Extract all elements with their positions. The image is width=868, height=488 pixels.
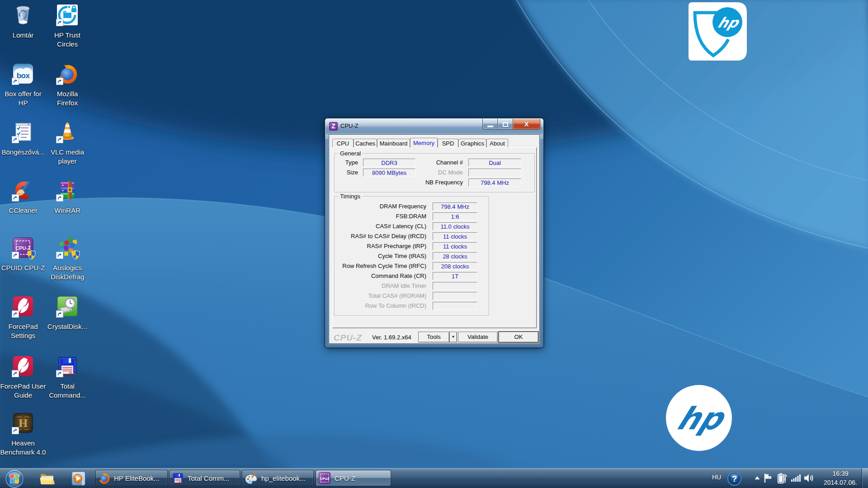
- desktop-icon-label: ForcePad User Guide: [0, 382, 48, 400]
- minimize-icon: [487, 126, 493, 127]
- svg-text:CPUZ: CPUZ: [320, 477, 330, 481]
- maximize-icon: [503, 122, 508, 127]
- checklist-icon: [12, 121, 34, 143]
- desktop-icon-heaven[interactable]: H Heaven Benchmark 4.0: [0, 412, 48, 457]
- ccleaner-icon: [12, 179, 34, 201]
- timing-value: 798.4 MHz: [433, 202, 477, 211]
- desktop-icon-winrar[interactable]: WinRAR: [42, 179, 92, 215]
- desktop-icon-lomtar[interactable]: Lomtár: [0, 4, 48, 40]
- maximize-button[interactable]: [498, 119, 513, 130]
- taskbar-clock[interactable]: 16:39 2014.07.06.: [821, 469, 860, 487]
- desktop-icon-forcepad-guide[interactable]: ForcePad User Guide: [0, 355, 48, 400]
- shortcut-arrow-icon: [56, 78, 63, 85]
- hp-logo: hp: [666, 385, 732, 451]
- nbfreq-label: NB Frequency: [418, 178, 463, 187]
- recycle-bin-icon: [12, 4, 34, 26]
- shortcut-arrow-icon: [56, 194, 63, 202]
- firefox-icon: [98, 472, 110, 484]
- tab-graphics[interactable]: Graphics: [458, 139, 486, 147]
- desktop-icon-firefox[interactable]: Mozilla Firefox: [42, 63, 92, 108]
- desktop-icon-box-offer[interactable]: box Box offer for HP: [0, 63, 48, 108]
- taskbar-button-label: Total Comm...: [188, 474, 230, 482]
- taskbar-button-firefox[interactable]: HP EliteBook...: [95, 470, 168, 486]
- taskbar-button-label: CPU-Z: [335, 474, 355, 482]
- size-label: Size: [339, 169, 358, 177]
- hp-trust-circles-icon: [57, 4, 78, 26]
- wmp-icon[interactable]: [70, 471, 86, 486]
- dcmode-value: [468, 169, 521, 177]
- clock-time: 16:39: [821, 469, 860, 478]
- size-value: 8090 MBytes: [363, 169, 415, 177]
- shortcut-arrow-icon: [12, 310, 19, 318]
- floppy-disk-icon: 64: [172, 472, 184, 484]
- network-signal-icon[interactable]: [790, 474, 801, 483]
- timing-label: RAS# to CAS# Delay (tRCD): [334, 232, 426, 240]
- timing-label: Cycle Time (tRAS): [334, 252, 426, 260]
- tab-memory[interactable]: Memory: [410, 138, 438, 148]
- help-icon[interactable]: ?: [727, 472, 741, 486]
- timing-value: 11 clocks: [433, 242, 477, 250]
- type-value: DDR3: [363, 159, 415, 167]
- uac-shield-icon: [71, 250, 80, 260]
- floppy-disk-icon: 64: [57, 355, 78, 377]
- box-icon: box: [12, 63, 34, 84]
- timing-label: Row Refresh Cycle Time (tRFC): [334, 262, 426, 270]
- volume-icon[interactable]: [803, 473, 815, 483]
- hp-shield-logo: hp: [689, 2, 747, 61]
- start-button[interactable]: [5, 469, 24, 488]
- taskbar-button-total-commander[interactable]: 64 Total Comm...: [169, 470, 240, 486]
- shortcut-arrow-icon: [56, 19, 63, 26]
- timing-value: 11.0 clocks: [433, 222, 477, 230]
- close-button[interactable]: X: [513, 119, 540, 130]
- desktop-icon-label: Lomtár: [0, 31, 48, 40]
- ok-button[interactable]: OK: [499, 332, 538, 343]
- desktop-icon-auslogics[interactable]: Auslogics DiskDefrag: [42, 237, 92, 282]
- tools-dropdown-button[interactable]: ▼: [449, 332, 457, 343]
- shortcut-arrow-icon: [12, 194, 19, 202]
- timing-value: [433, 292, 477, 300]
- window-client-area: CPU Caches Mainboard Memory SPD Graphics…: [329, 134, 540, 344]
- desktop-icon-vlc[interactable]: VLC media player: [42, 121, 92, 166]
- desktop-icon-crystaldisk[interactable]: CrystalDisk...: [42, 296, 92, 331]
- type-label: Type: [339, 159, 358, 167]
- language-indicator[interactable]: HU: [712, 474, 721, 481]
- tab-cpu[interactable]: CPU: [332, 139, 354, 147]
- shortcut-arrow-icon: [12, 370, 19, 377]
- desktop-icon-label: HP Trust Circles: [42, 31, 92, 49]
- desktop-icon-label: Box offer for HP: [0, 89, 48, 108]
- action-center-flag-icon[interactable]: [763, 473, 773, 483]
- minimize-button[interactable]: [482, 119, 498, 130]
- desktop-icon-cpuid-cpuz[interactable]: CPU-Z CPUID CPU-Z: [0, 237, 48, 272]
- timing-value: 28 clocks: [433, 252, 477, 260]
- desktop-icon-total-commander[interactable]: 64 Total Command...: [42, 355, 92, 400]
- desktop-icon-label: CrystalDisk...: [42, 322, 92, 331]
- desktop-icon-ccleaner[interactable]: CCleaner: [0, 179, 48, 215]
- tools-button[interactable]: Tools: [418, 332, 449, 343]
- shortcut-arrow-icon: [12, 136, 19, 143]
- battery-icon[interactable]: [776, 472, 788, 484]
- svg-text:?: ?: [732, 474, 737, 483]
- desktop-icon-browser-choice[interactable]: Böngészővá...: [0, 121, 48, 157]
- taskbar-button-label: hp_elitebook...: [261, 474, 306, 482]
- channel-label: Channel #: [429, 159, 463, 167]
- taskbar-button-cpuz[interactable]: CPUZ CPU-Z: [316, 470, 391, 486]
- validate-button[interactable]: Validate: [458, 332, 498, 343]
- shortcut-arrow-icon: [12, 427, 19, 434]
- show-desktop-button[interactable]: [862, 468, 868, 488]
- tab-mainboard[interactable]: Mainboard: [377, 139, 410, 147]
- cpuz-window: Z CPU-Z X CPU Caches Mainboard Memory SP…: [325, 118, 543, 347]
- cpuz-window-icon: Z: [329, 122, 338, 131]
- desktop-icon-hp-trust-circles[interactable]: HP Trust Circles: [42, 4, 92, 49]
- tab-about[interactable]: About: [486, 139, 508, 147]
- desktop-icon-forcepad-settings[interactable]: ForcePad Settings: [0, 296, 48, 340]
- tab-spd[interactable]: SPD: [438, 139, 458, 147]
- timing-value: 208 clocks: [433, 262, 477, 270]
- show-hidden-icons-button[interactable]: [753, 475, 761, 481]
- heaven-benchmark-icon: H: [12, 412, 34, 434]
- taskbar-button-paint[interactable]: hp_elitebook...: [242, 470, 314, 486]
- tab-caches[interactable]: Caches: [354, 139, 377, 147]
- desktop-icon-label: CCleaner: [0, 206, 48, 215]
- vlc-cone-icon: [57, 121, 78, 143]
- timing-label: Command Rate (CR): [334, 272, 426, 280]
- explorer-icon[interactable]: [39, 471, 56, 486]
